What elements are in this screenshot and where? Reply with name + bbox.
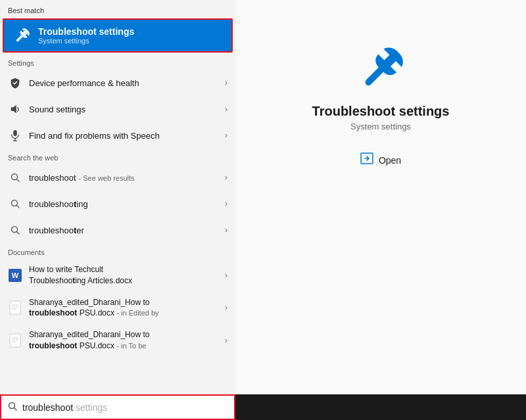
chevron-right-icon-8: › <box>225 303 227 312</box>
chevron-right-icon-3: › <box>225 131 227 140</box>
settings-item-device[interactable]: Device performance & health › <box>0 70 235 96</box>
svg-line-7 <box>16 205 19 208</box>
doc-item-1[interactable]: W How to write Techcult Troubleshooting … <box>0 259 235 292</box>
doc-item-1-text: How to write Techcult Troubleshooting Ar… <box>29 264 225 287</box>
search-typed: troubleshoot <box>22 402 73 413</box>
chevron-right-icon-4: › <box>225 173 227 182</box>
svg-rect-1 <box>13 130 16 136</box>
settings-item-speech[interactable]: Find and fix problems with Speech › <box>0 122 235 149</box>
speaker-icon <box>8 102 22 116</box>
search-web-icon-2 <box>8 197 22 211</box>
svg-rect-10 <box>10 301 20 314</box>
doc-item-3-text: Sharanya_edited_Dharani_How to troublesh… <box>29 329 225 352</box>
chevron-right-icon-7: › <box>225 271 227 280</box>
svg-marker-0 <box>11 105 16 114</box>
best-match-text: Troubleshoot settings System settings <box>38 26 134 45</box>
chevron-right-icon-9: › <box>225 336 227 345</box>
chevron-right-icon-1: › <box>225 78 227 87</box>
settings-item-device-label: Device performance & health <box>29 78 225 88</box>
doc-icon-2 <box>8 300 22 315</box>
doc-item-2-text: Sharanya_edited_Dharani_How to troublesh… <box>29 297 225 319</box>
open-button[interactable]: Open <box>355 150 406 170</box>
taskbar-search-icon <box>8 402 17 413</box>
left-panel: Best match Troubleshoot settings System … <box>0 0 235 394</box>
best-match-title: Troubleshoot settings <box>38 26 134 37</box>
shield-icon <box>8 76 22 90</box>
settings-item-sound[interactable]: Sound settings › <box>0 96 235 122</box>
doc-item-2[interactable]: Sharanya_edited_Dharani_How to troublesh… <box>0 292 235 325</box>
web-item-1[interactable]: troubleshoot- See web results › <box>0 164 235 191</box>
word-doc-icon-1: W <box>8 268 22 283</box>
chevron-right-icon-2: › <box>225 105 227 114</box>
wrench-icon <box>11 25 32 46</box>
svg-rect-14 <box>10 334 20 347</box>
taskbar-search-bar[interactable]: troubleshoot settings <box>0 394 235 420</box>
mic-icon <box>8 128 22 143</box>
web-item-2-label: troubleshooting <box>29 199 225 209</box>
settings-item-speech-label: Find and fix problems with Speech <box>29 131 225 141</box>
svg-line-9 <box>16 231 19 234</box>
search-web-icon-3 <box>8 223 22 237</box>
right-wrench-icon <box>354 39 407 92</box>
doc-icon-3 <box>8 333 22 348</box>
chevron-right-icon-5: › <box>225 199 227 208</box>
chevron-right-icon-6: › <box>225 225 227 235</box>
right-panel: Troubleshoot settings System settings Op… <box>235 0 526 394</box>
right-title: Troubleshoot settings <box>312 104 450 119</box>
svg-line-20 <box>14 408 16 410</box>
web-item-3-label: troubleshooter <box>29 225 225 235</box>
docs-section-label: Documents <box>0 243 235 259</box>
open-icon <box>360 152 373 168</box>
settings-section-label: Settings <box>0 54 235 70</box>
doc-item-3[interactable]: Sharanya_edited_Dharani_How to troublesh… <box>0 324 235 357</box>
best-match-item[interactable]: Troubleshoot settings System settings <box>3 18 233 53</box>
settings-item-sound-label: Sound settings <box>29 105 225 114</box>
web-item-3[interactable]: troubleshooter › <box>0 217 235 243</box>
best-match-label: Best match <box>0 0 235 17</box>
taskbar-search-text: troubleshoot settings <box>22 402 107 413</box>
open-label: Open <box>379 155 401 166</box>
best-match-subtitle: System settings <box>38 37 134 45</box>
web-item-1-label: troubleshoot- See web results <box>29 173 225 183</box>
taskbar: troubleshoot settings <box>0 394 526 420</box>
web-item-2[interactable]: troubleshooting › <box>0 191 235 217</box>
right-subtitle: System settings <box>350 122 411 131</box>
search-placeholder: settings <box>73 402 107 413</box>
svg-line-5 <box>16 179 19 181</box>
web-section-label: Search the web <box>0 149 235 164</box>
search-web-icon-1 <box>8 170 22 185</box>
